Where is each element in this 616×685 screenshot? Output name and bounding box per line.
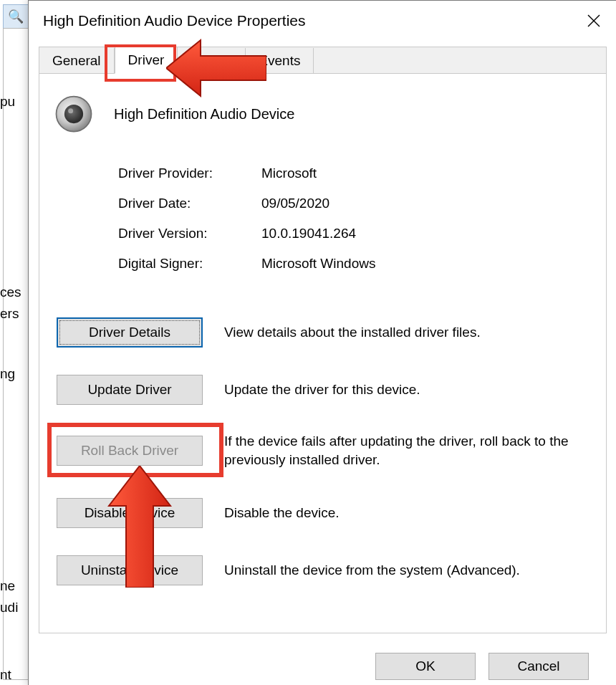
bg-text: ers — [0, 305, 19, 322]
date-value: 09/05/2020 — [261, 196, 329, 211]
cancel-button[interactable]: Cancel — [489, 653, 589, 680]
driver-details-desc: View details about the installed driver … — [224, 323, 481, 342]
bg-text: ne — [0, 578, 15, 595]
bg-text: ng — [0, 365, 15, 383]
tab-content: High Definition Audio Device Driver Prov… — [39, 74, 607, 633]
svg-point-3 — [64, 105, 83, 123]
tab-strip: General Driver Details Events — [39, 47, 607, 74]
version-value: 10.0.19041.264 — [261, 226, 356, 241]
update-driver-desc: Update the driver for this device. — [224, 380, 420, 399]
magnifier-icon: 🔍 — [8, 9, 24, 24]
disable-device-button[interactable]: Disable Device — [57, 498, 203, 528]
update-driver-button[interactable]: Update Driver — [57, 375, 203, 405]
driver-details-button[interactable]: Driver Details — [57, 317, 203, 348]
provider-value: Microsoft — [261, 166, 317, 181]
tab-details[interactable]: Details — [178, 48, 246, 73]
device-name: High Definition Audio Device — [114, 106, 294, 123]
signer-label: Digital Signer: — [118, 256, 261, 272]
date-label: Driver Date: — [118, 196, 261, 211]
version-label: Driver Version: — [118, 226, 261, 241]
disable-device-desc: Disable the device. — [224, 504, 340, 522]
bg-text: udi — [0, 599, 18, 616]
dialog-title: High Definition Audio Device Properties — [43, 12, 579, 29]
bg-text: pu — [0, 93, 15, 110]
uninstall-device-desc: Uninstall the device from the system (Ad… — [224, 561, 520, 580]
roll-back-driver-desc: If the device fails after updating the d… — [224, 432, 582, 469]
tab-general[interactable]: General — [39, 48, 115, 73]
properties-dialog: High Definition Audio Device Properties … — [28, 0, 616, 685]
provider-label: Driver Provider: — [118, 166, 261, 181]
speaker-icon — [54, 94, 94, 134]
uninstall-device-button[interactable]: Uninstall Device — [57, 555, 203, 585]
signer-value: Microsoft Windows — [261, 256, 375, 272]
ok-button[interactable]: OK — [375, 653, 476, 680]
roll-back-driver-button[interactable]: Roll Back Driver — [57, 436, 203, 466]
bg-text: nt — [0, 666, 11, 684]
tab-events[interactable]: Events — [246, 48, 314, 73]
svg-point-4 — [68, 108, 73, 113]
bg-text: ces — [0, 284, 21, 301]
title-bar[interactable]: High Definition Audio Device Properties — [29, 1, 616, 41]
close-button[interactable] — [579, 6, 608, 35]
close-icon — [587, 14, 600, 27]
driver-info: Driver Provider: Microsoft Driver Date: … — [118, 158, 375, 279]
tab-driver[interactable]: Driver — [115, 47, 178, 74]
